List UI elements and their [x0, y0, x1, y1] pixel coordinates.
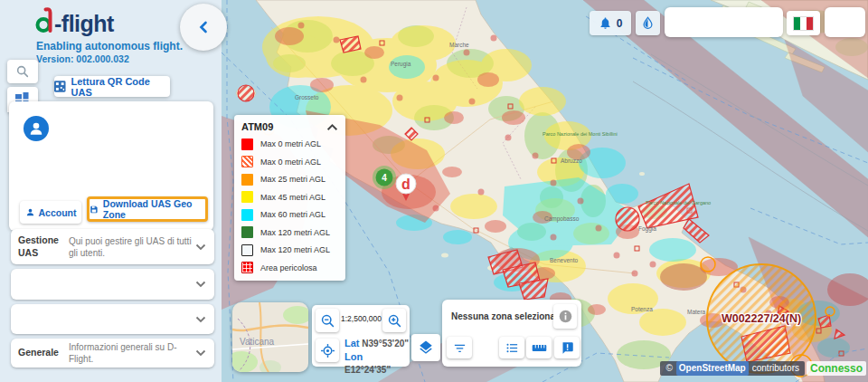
dflight-logo[interactable]: -flight: [33, 5, 132, 42]
legend-item: Max 120 metri AGL: [241, 244, 338, 256]
qr-read-button[interactable]: Lettura QR Code UAS: [54, 76, 170, 97]
zoom-in-button[interactable]: [382, 309, 406, 332]
notifications-button[interactable]: 0: [590, 11, 631, 35]
legend-label: Max 120 metri AGL: [260, 245, 330, 254]
map-label: Benevento: [550, 257, 578, 263]
legend-label: Area pericolosa: [260, 263, 317, 272]
layers-icon: [418, 339, 434, 356]
legend-swatch: [241, 244, 253, 256]
connection-status: Connesso: [807, 361, 866, 376]
qr-code-icon: [54, 81, 66, 92]
ruler-icon: [532, 342, 547, 354]
legend-title: ATM09: [241, 121, 273, 132]
feedback-icon: [561, 341, 574, 355]
contributors-text: contributors: [752, 361, 799, 376]
legend-panel: ATM09 Max 0 metri AGLMax 0 metri AGLMax …: [234, 115, 345, 281]
chevron-down-icon: [194, 316, 207, 323]
accordion-panel-2[interactable]: [11, 269, 214, 300]
map-label: Parco Nazionale del Gargano: [646, 200, 711, 205]
map-widget-box[interactable]: [825, 7, 865, 37]
list-button[interactable]: [499, 337, 524, 358]
legend-label: Max 60 metri AGL: [260, 210, 326, 219]
map-label: Parco Nazionale dei Monti Sibillini: [542, 131, 618, 137]
sidebar-collapse-button[interactable]: [180, 4, 227, 51]
italy-flag-icon: [793, 16, 814, 31]
map-label: Matera: [687, 309, 706, 315]
zoom-in-icon: [387, 313, 402, 329]
legend-swatch: [241, 138, 253, 150]
notam-label: W002227/24(N): [722, 312, 801, 325]
legend-label: Max 25 metri AGL: [260, 175, 326, 184]
account-card: Account Download UAS Geo Zone: [9, 101, 213, 231]
legend-label: Max 0 metri AGL: [260, 158, 321, 167]
map-marker-cluster[interactable]: 4: [373, 166, 396, 189]
legend-label: Max 0 metri AGL: [260, 139, 321, 148]
layers-button[interactable]: [411, 334, 440, 361]
qr-button-label: Lettura QR Code UAS: [71, 76, 170, 98]
map-label: Perugia: [391, 61, 411, 68]
osm-link[interactable]: OpenStreetMap: [676, 361, 749, 376]
download-geozone-button[interactable]: Download UAS Geo Zone: [87, 196, 208, 222]
feedback-button[interactable]: [554, 337, 580, 358]
legend-item: Max 120 metri AGL: [241, 226, 338, 238]
person-icon: [25, 207, 35, 217]
panel-title: Gestione UAS: [18, 234, 69, 258]
zone-status: Nessuna zona selezionata: [451, 311, 563, 321]
zoom-out-button[interactable]: [316, 309, 339, 332]
zone-panel: Nessuna zona selezionata: [442, 300, 581, 367]
legend-item: Max 45 metri AGL: [241, 191, 338, 203]
chevron-down-icon: [194, 244, 207, 251]
legend-swatch: [241, 174, 253, 186]
legend-swatch: [241, 209, 253, 221]
account-button[interactable]: Account: [20, 201, 81, 224]
map-label: Foggia: [638, 225, 656, 233]
search-icon: [15, 64, 30, 79]
legend-label: Max 45 metri AGL: [260, 193, 326, 202]
contrast-icon: [641, 16, 655, 30]
scale-panel: 1:2,500,000 Lat N39°53'20" Lon E12°24'35…: [312, 305, 410, 367]
legend-items: Max 0 metri AGLMax 0 metri AGLMax 25 met…: [241, 138, 338, 274]
list-icon: [505, 341, 519, 355]
legend-swatch: [241, 156, 253, 167]
info-icon: [558, 309, 573, 324]
chevron-up-icon[interactable]: [326, 123, 338, 131]
logo-text: -flight: [54, 11, 115, 36]
legend-item: Max 0 metri AGL: [241, 138, 338, 150]
minimap-label: Vaticana: [240, 337, 275, 347]
accordion-gestione-uas[interactable]: Gestione UAS Qui puoi gestire gli UAS di…: [11, 229, 214, 264]
zoom-out-icon: [320, 313, 335, 329]
svg-text:d: d: [401, 177, 410, 192]
legend-swatch: [241, 262, 253, 273]
panel-description: Qui puoi gestire gli UAS di tutti gli ut…: [69, 235, 194, 259]
location-search-input[interactable]: [665, 7, 783, 37]
accordion-generale[interactable]: Generale Informazioni generali su D-Flig…: [11, 339, 214, 368]
contrast-button[interactable]: [636, 11, 660, 35]
panel-description: Informazioni generali su D-Flight.: [69, 341, 194, 365]
accordion-panel-3[interactable]: [11, 304, 214, 334]
legend-label: Max 120 metri AGL: [260, 228, 330, 237]
map-scale: 1:2,500,000: [341, 314, 381, 323]
lat-label: Lat: [344, 338, 360, 349]
panel-title: Generale: [18, 347, 69, 358]
location-search-box[interactable]: [665, 7, 783, 37]
language-flag-button[interactable]: [787, 11, 820, 35]
filter-button[interactable]: [447, 337, 472, 358]
legend-swatch: [241, 191, 253, 203]
map-label: Grosseto: [295, 94, 319, 100]
download-button-label: Download UAS Geo Zone: [103, 198, 205, 220]
sidebar: -flight Enabling autonomous flight. Vers…: [0, 0, 222, 382]
map-label: Potenza: [631, 306, 653, 312]
legend-item: Max 0 metri AGL: [241, 156, 338, 167]
osm-attribution: © OpenStreetMap contributors: [660, 361, 805, 376]
person-icon: [27, 119, 45, 138]
map-label: Campobasso: [544, 215, 580, 223]
ruler-button[interactable]: [526, 337, 552, 358]
lat-value: N39°53'20": [362, 339, 409, 349]
legend-item: Max 25 metri AGL: [241, 174, 338, 186]
tagline: Enabling autonomous flight.: [36, 40, 183, 53]
info-button[interactable]: [553, 304, 577, 329]
my-location-button[interactable]: [316, 339, 339, 362]
legend-swatch: [241, 226, 253, 238]
map-label: Abruzzo: [561, 158, 582, 164]
search-button[interactable]: [7, 60, 38, 83]
